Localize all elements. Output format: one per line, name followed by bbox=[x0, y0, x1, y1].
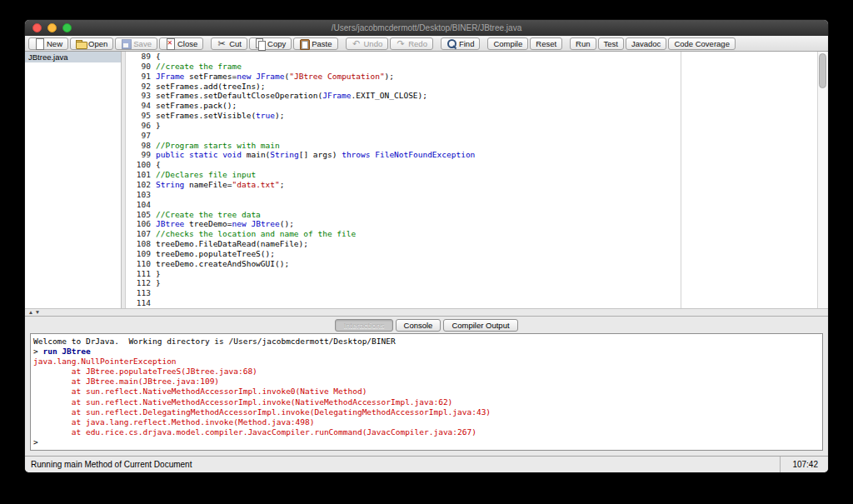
code-line: //Program starts with main bbox=[156, 141, 828, 151]
code-token: { bbox=[156, 160, 161, 169]
console-line: at sun.reflect.DelegatingMethodAccessorI… bbox=[33, 407, 820, 417]
save-disk-icon bbox=[121, 38, 131, 49]
code-token: setFrames.pack(); bbox=[156, 101, 237, 110]
code-line: JFrame setFrames=new JFrame("JBtree Comp… bbox=[156, 72, 828, 82]
bottom-panel: InteractionsConsoleCompiler Output Welco… bbox=[25, 317, 828, 472]
code-token: ); bbox=[385, 72, 394, 81]
file-list: JBtree.java bbox=[25, 52, 122, 308]
reset-button[interactable]: Reset bbox=[530, 37, 562, 50]
toolbar-button-label: Find bbox=[459, 39, 474, 48]
window-title: /Users/jacobmcdermott/Desktop/BINER/JBtr… bbox=[25, 23, 828, 32]
line-number: 114 bbox=[126, 298, 151, 308]
code-token: new bbox=[237, 72, 251, 81]
line-number: 95 bbox=[126, 111, 151, 121]
titlebar[interactable]: /Users/jacobmcdermott/Desktop/BINER/JBtr… bbox=[25, 20, 828, 36]
toolbar-group: CompileReset bbox=[487, 37, 562, 50]
code-coverage-button[interactable]: Code Coverage bbox=[668, 37, 736, 50]
test-button[interactable]: Test bbox=[598, 37, 624, 50]
toolbar-button-label: Redo bbox=[408, 39, 427, 48]
toolbar-button-label: Compile bbox=[493, 39, 522, 48]
console-line: Welcome to DrJava. Working directory is … bbox=[33, 337, 820, 347]
code-token: void bbox=[222, 150, 242, 159]
console-token: at sun.reflect.DelegatingMethodAccessorI… bbox=[33, 407, 491, 417]
toolbar-button-label: Save bbox=[133, 39, 152, 48]
console-line: at java.lang.reflect.Method.invoke(Metho… bbox=[33, 417, 820, 427]
line-number: 96 bbox=[126, 121, 151, 131]
run-button[interactable]: Run bbox=[570, 37, 596, 50]
splitter-collapse-down-icon[interactable]: ▼ bbox=[34, 309, 41, 316]
redo-button[interactable]: ↷Redo bbox=[390, 37, 433, 50]
line-number: 113 bbox=[126, 288, 151, 298]
close-window-button[interactable] bbox=[32, 23, 42, 32]
toolbar-group: NewOpenSaveClose bbox=[28, 37, 203, 50]
line-number: 109 bbox=[126, 249, 151, 259]
code-token: throws bbox=[342, 150, 370, 159]
code-line: } bbox=[156, 278, 828, 288]
tab-interactions[interactable]: Interactions bbox=[335, 319, 392, 332]
find-magnifier-icon bbox=[446, 38, 456, 49]
code-token: JFrame bbox=[322, 91, 351, 100]
code-token: JBtree bbox=[156, 219, 184, 228]
line-number: 102 bbox=[126, 180, 151, 190]
minimize-window-button[interactable] bbox=[47, 23, 57, 32]
horizontal-splitter[interactable]: ▲ ▼ bbox=[25, 308, 828, 317]
save-button[interactable]: Save bbox=[115, 37, 157, 50]
compile-button[interactable]: Compile bbox=[487, 37, 528, 50]
file-list-item-jbtree-java[interactable]: JBtree.java bbox=[25, 52, 121, 62]
cut-scissors-icon: ✂ bbox=[217, 38, 227, 49]
cut-button[interactable]: ✂Cut bbox=[211, 37, 247, 50]
code-token: new bbox=[232, 219, 247, 228]
code-editor[interactable]: 8990919293949596979899100101102103104105… bbox=[126, 52, 828, 308]
toolbar-button-label: Run bbox=[576, 39, 590, 48]
editor-scrollbar[interactable] bbox=[817, 52, 828, 308]
line-number: 98 bbox=[126, 141, 151, 151]
interactions-pane[interactable]: Welcome to DrJava. Working directory is … bbox=[30, 333, 823, 451]
undo-button[interactable]: ↶Undo bbox=[346, 37, 389, 50]
line-number: 107 bbox=[126, 229, 151, 239]
splitter-collapse-up-icon[interactable]: ▲ bbox=[27, 309, 34, 316]
code-token: setFrames.add(treeIns); bbox=[156, 82, 266, 91]
scrollbar-thumb[interactable] bbox=[819, 53, 826, 88]
code-token: String bbox=[270, 150, 298, 159]
console-token: at JBtree.main(JBtree.java:109) bbox=[33, 377, 219, 386]
tab-console[interactable]: Console bbox=[396, 319, 441, 332]
code-line: JBtree treeDemo=new JBtree(); bbox=[156, 219, 828, 229]
console-token: java.lang.NullPointerException bbox=[33, 357, 177, 366]
code-token: treeDemo.FileDataRead(nameFile); bbox=[156, 239, 308, 248]
close-button[interactable]: Close bbox=[159, 37, 203, 50]
code-token: nameFile= bbox=[184, 180, 232, 189]
toolbar: NewOpenSaveClose✂CutCopyPaste↶Undo↷RedoF… bbox=[25, 36, 828, 52]
code-token: //Create the tree data bbox=[156, 210, 261, 219]
code-line: String nameFile="data.txt"; bbox=[156, 180, 828, 190]
code-token: treeDemo.createAndShowGUI(); bbox=[156, 259, 289, 268]
javadoc-button[interactable]: Javadoc bbox=[626, 37, 666, 50]
tab-compiler-output[interactable]: Compiler Output bbox=[443, 319, 517, 332]
line-number: 110 bbox=[126, 259, 151, 269]
toolbar-button-label: New bbox=[47, 39, 62, 48]
find-button[interactable]: Find bbox=[441, 37, 480, 50]
code-area[interactable]: {//create the frameJFrame setFrames=new … bbox=[151, 52, 828, 308]
code-token: FileNotFoundException bbox=[375, 150, 475, 159]
zoom-window-button[interactable] bbox=[62, 23, 72, 32]
open-button[interactable]: Open bbox=[70, 37, 113, 50]
copy-button[interactable]: Copy bbox=[249, 37, 292, 50]
paste-clipboard-icon bbox=[299, 38, 309, 49]
line-number: 104 bbox=[126, 200, 151, 210]
console-token: Welcome to DrJava. Working directory is … bbox=[33, 337, 396, 346]
toolbar-button-label: Test bbox=[604, 39, 618, 48]
code-line: //create the frame bbox=[156, 62, 828, 72]
console-token: at JBtree.populateTreeS(JBtree.java:68) bbox=[33, 367, 257, 376]
line-number: 111 bbox=[126, 269, 151, 279]
line-number: 94 bbox=[126, 101, 151, 111]
code-line bbox=[156, 288, 828, 298]
console-line: > bbox=[33, 437, 820, 447]
toolbar-button-label: Paste bbox=[312, 39, 332, 48]
line-number: 90 bbox=[126, 62, 151, 72]
line-number: 106 bbox=[126, 219, 151, 229]
line-number: 108 bbox=[126, 239, 151, 249]
code-line: } bbox=[156, 121, 828, 131]
line-number: 89 bbox=[126, 52, 151, 62]
copy-icon bbox=[255, 38, 265, 49]
new-button[interactable]: New bbox=[28, 37, 68, 50]
paste-button[interactable]: Paste bbox=[293, 37, 337, 50]
